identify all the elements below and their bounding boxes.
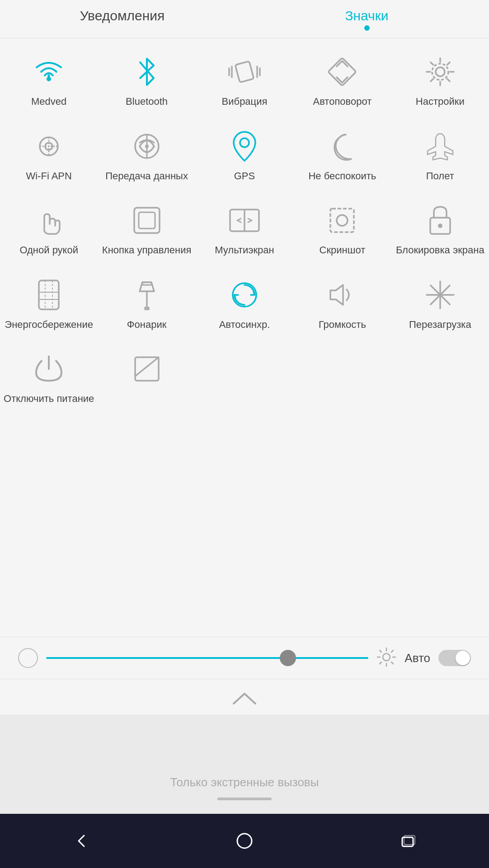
svg-point-8 — [432, 64, 448, 80]
recents-button[interactable] — [394, 827, 421, 854]
auto-sync-label: Автосинхр. — [219, 318, 270, 331]
grid-item-settings[interactable]: Настройки — [391, 43, 489, 117]
grid-item-autorotate[interactable]: Автоповорот — [293, 43, 391, 117]
svg-rect-21 — [330, 209, 354, 232]
svg-point-45 — [383, 653, 390, 661]
volume-icon — [324, 277, 360, 313]
grid-item-reboot[interactable]: Перезагрузка — [391, 266, 489, 341]
power-off-label: Отключить питание — [4, 392, 94, 406]
grid-item-data-transfer[interactable]: Передача данных — [98, 117, 195, 192]
grid-item-gps[interactable]: GPS — [196, 117, 293, 192]
airplane-icon — [422, 128, 458, 164]
airplane-label: Полет — [426, 170, 454, 183]
svg-point-24 — [438, 224, 442, 228]
data-transfer-icon — [129, 128, 165, 164]
tab-badges-label: Значки — [345, 8, 388, 23]
svg-line-51 — [391, 662, 393, 664]
grid-item-auto-sync[interactable]: Автосинхр. — [196, 266, 293, 341]
svg-line-40 — [441, 285, 450, 294]
grid-item-multiscreen[interactable]: Мультиэкран — [196, 191, 293, 266]
settings-label: Настройки — [416, 95, 465, 108]
grid-item-screen-lock[interactable]: Блокировка экрана — [391, 191, 489, 266]
grid-item-unknown[interactable] — [98, 340, 195, 415]
grid-item-bluetooth[interactable]: Bluetooth — [98, 43, 195, 117]
icon-grid: Medved Bluetooth Вибрация — [0, 43, 489, 415]
gps-label: GPS — [234, 170, 255, 183]
control-button-icon — [129, 202, 165, 238]
grid-item-one-hand[interactable]: Одной рукой — [0, 191, 98, 266]
settings-icon — [422, 54, 458, 90]
autorotate-icon — [324, 54, 360, 90]
control-button-label: Кнопка управления — [102, 244, 192, 257]
grid-item-volume[interactable]: Громкость — [293, 266, 391, 341]
grid-item-airplane[interactable]: Полет — [391, 117, 489, 192]
autorotate-label: Автоповорот — [313, 95, 371, 108]
back-button[interactable] — [68, 827, 95, 854]
wifi-icon — [31, 54, 67, 90]
grid-item-power-off[interactable]: Отключить питание — [0, 340, 98, 415]
grid-item-flashlight[interactable]: Фонарик — [98, 266, 195, 341]
svg-line-50 — [380, 650, 381, 652]
brightness-bar: Авто — [0, 637, 489, 679]
multiscreen-label: Мультиэкран — [215, 244, 274, 257]
svg-rect-30 — [142, 282, 151, 285]
one-hand-icon — [31, 202, 67, 238]
wifi-apn-label: Wi-Fi APN — [26, 170, 71, 183]
svg-marker-32 — [330, 285, 343, 305]
grid-item-control-button[interactable]: Кнопка управления — [98, 191, 195, 266]
flashlight-icon — [129, 277, 165, 313]
grid-item-medved[interactable]: Medved — [0, 43, 98, 117]
brightness-slider[interactable] — [46, 657, 368, 659]
nav-bar — [0, 814, 489, 868]
svg-point-7 — [436, 67, 445, 76]
tab-notifications-label: Уведомления — [80, 8, 165, 23]
grid-item-power-save[interactable]: Энергосбережение — [0, 266, 98, 341]
screen-lock-icon — [422, 202, 458, 238]
volume-label: Громкость — [319, 318, 366, 331]
svg-rect-18 — [139, 212, 155, 229]
svg-line-39 — [441, 296, 450, 304]
svg-point-0 — [47, 77, 51, 81]
data-transfer-label: Передача данных — [105, 170, 188, 183]
vibration-label: Вибрация — [222, 95, 268, 108]
one-hand-label: Одной рукой — [19, 244, 78, 257]
svg-point-54 — [237, 834, 252, 848]
vibration-icon — [226, 54, 263, 90]
chevron-up-icon — [231, 690, 258, 706]
tab-active-indicator — [364, 25, 370, 31]
reboot-label: Перезагрузка — [409, 318, 471, 331]
svg-rect-17 — [134, 208, 160, 233]
gps-icon — [226, 128, 263, 164]
multiscreen-icon — [226, 202, 263, 238]
auto-brightness-label: Авто — [404, 651, 430, 665]
svg-point-22 — [337, 215, 348, 226]
chevron-area[interactable] — [0, 679, 489, 714]
brightness-max-icon — [376, 647, 396, 669]
tab-bar: Уведомления Значки — [0, 0, 489, 38]
grid-item-vibration[interactable]: Вибрация — [196, 43, 293, 117]
home-button[interactable] — [231, 827, 258, 854]
bluetooth-label: Bluetooth — [126, 95, 168, 108]
svg-point-16 — [240, 138, 249, 147]
auto-brightness-toggle[interactable] — [438, 650, 471, 666]
toggle-knob — [456, 651, 470, 665]
tab-notifications[interactable]: Уведомления — [0, 8, 244, 38]
moon-icon — [324, 128, 360, 164]
brightness-thumb[interactable] — [280, 650, 296, 666]
tab-badges[interactable]: Значки — [244, 8, 489, 38]
quick-settings-grid: Medved Bluetooth Вибрация — [0, 38, 489, 637]
svg-line-41 — [431, 296, 439, 304]
grid-item-screenshot[interactable]: Скриншот — [293, 191, 391, 266]
svg-line-52 — [391, 650, 393, 652]
svg-rect-1 — [235, 61, 254, 83]
dnd-label: Не беспокоить — [308, 170, 376, 183]
brightness-min-icon — [18, 648, 38, 668]
unknown-icon — [129, 351, 165, 387]
screen-lock-label: Блокировка экрана — [396, 244, 484, 257]
wifi-apn-icon — [31, 128, 67, 164]
power-save-label: Энергосбережение — [5, 318, 93, 331]
medved-label: Medved — [31, 95, 66, 108]
auto-sync-icon — [226, 277, 263, 313]
grid-item-dnd[interactable]: Не беспокоить — [293, 117, 391, 192]
grid-item-wifi-apn[interactable]: Wi-Fi APN — [0, 117, 98, 192]
